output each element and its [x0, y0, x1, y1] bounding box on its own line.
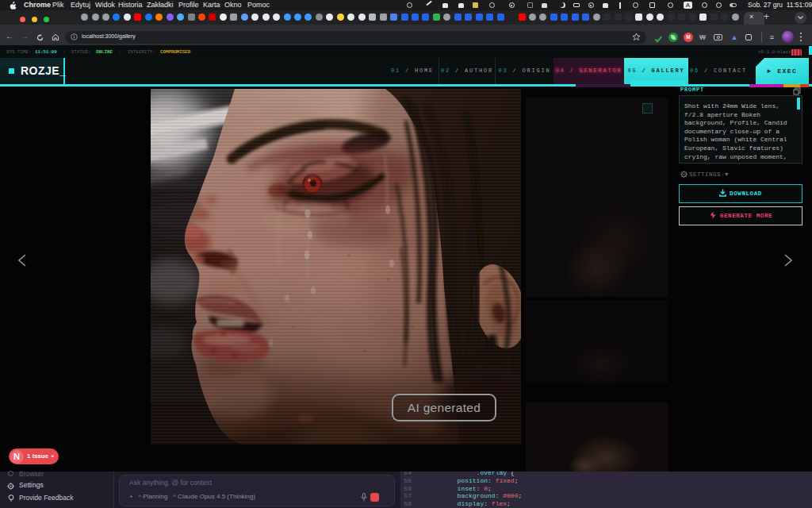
svg-text:AI generated: AI generated	[408, 401, 481, 414]
